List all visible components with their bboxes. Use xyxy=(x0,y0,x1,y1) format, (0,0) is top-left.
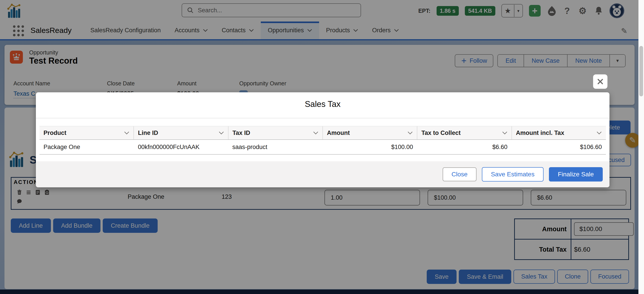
scrollbar-thumb[interactable] xyxy=(639,46,643,96)
col-header-product[interactable]: Product xyxy=(40,126,134,139)
modal-close-icon[interactable] xyxy=(593,74,608,89)
chevron-down-icon xyxy=(313,131,318,134)
chevron-down-icon xyxy=(596,131,602,134)
close-button[interactable]: Close xyxy=(443,167,477,181)
chevron-down-icon xyxy=(502,131,508,134)
chevron-down-icon xyxy=(124,131,130,134)
col-header-line-id[interactable]: Line ID xyxy=(134,126,228,139)
sales-tax-modal: Sales Tax Product Line ID Tax ID Amount … xyxy=(36,92,610,187)
cell-tax-to-collect: $6.60 xyxy=(417,140,512,154)
col-header-tax-to-collect[interactable]: Tax to Collect xyxy=(417,126,512,139)
vertical-scrollbar[interactable] xyxy=(638,0,644,294)
col-header-amount-incl-tax[interactable]: Amount incl. Tax xyxy=(512,126,606,139)
cell-line-id: 00kfn000000FcUnAAK xyxy=(134,140,228,154)
modal-title: Sales Tax xyxy=(36,92,610,109)
col-header-amount[interactable]: Amount xyxy=(323,126,417,139)
cell-amount-incl-tax: $106.60 xyxy=(512,140,606,154)
table-header-row: Product Line ID Tax ID Amount Tax to Col… xyxy=(40,126,606,140)
cell-tax-id: saas-product xyxy=(228,140,323,154)
sales-tax-table: Product Line ID Tax ID Amount Tax to Col… xyxy=(40,126,606,155)
app-screen: EPT: 1.86 s 541.4 KB ★ ▾ + ? ⚙ SalesRead… xyxy=(0,0,644,294)
finalize-sale-button[interactable]: Finalize Sale xyxy=(549,167,603,182)
cell-amount: $100.00 xyxy=(323,140,417,154)
chevron-down-icon xyxy=(219,131,224,134)
chevron-down-icon xyxy=(408,131,413,134)
modal-footer: Close Save Estimates Finalize Sale xyxy=(36,161,610,187)
modal-divider xyxy=(36,118,610,118)
col-header-tax-id[interactable]: Tax ID xyxy=(228,126,323,139)
table-row: Package One 00kfn000000FcUnAAK saas-prod… xyxy=(40,140,606,155)
save-estimates-button[interactable]: Save Estimates xyxy=(482,167,544,182)
cell-product: Package One xyxy=(40,140,134,154)
